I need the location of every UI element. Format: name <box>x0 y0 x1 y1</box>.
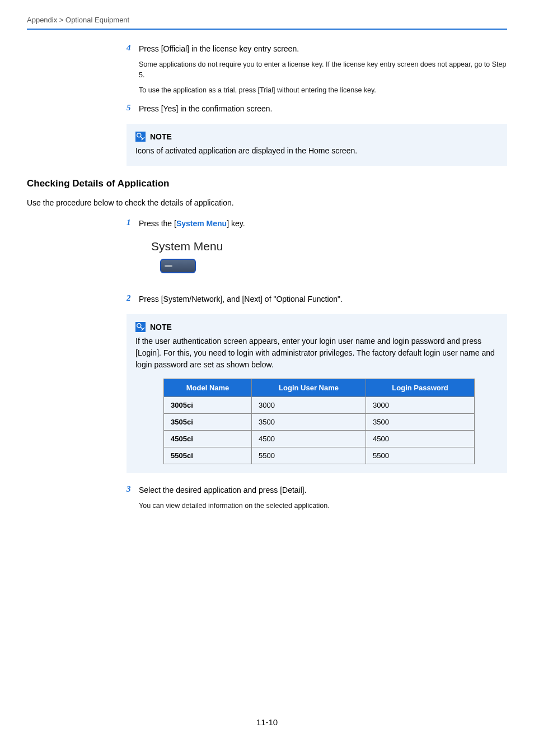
note-box: NOTE If the user authentication screen a… <box>127 314 507 473</box>
table-row: 3505ci 3500 3500 <box>164 414 475 431</box>
table-header: Login User Name <box>252 379 366 397</box>
table-header: Model Name <box>164 379 252 397</box>
page-number: 11-10 <box>0 717 534 727</box>
table-row: 3005ci 3000 3000 <box>164 397 475 414</box>
step-text: Select the desired application and press… <box>139 484 507 496</box>
step-1: 1 Press the [System Menu] key. System Me… <box>127 218 507 283</box>
system-menu-link[interactable]: System Menu <box>176 219 227 228</box>
step-number: 4 <box>127 43 139 95</box>
note-text: Icons of activated application are displ… <box>135 145 498 157</box>
note-box: NOTE Icons of activated application are … <box>127 124 507 166</box>
step-3: 3 Select the desired application and pre… <box>127 484 507 511</box>
step-5: 5 Press [Yes] in the confirmation screen… <box>127 103 507 115</box>
system-menu-label: System Menu <box>151 240 507 253</box>
step-number: 3 <box>127 484 139 511</box>
step-text: Press [Official] in the license key entr… <box>139 43 507 55</box>
table-row: 5505ci 5500 5500 <box>164 447 475 464</box>
step-number: 5 <box>127 103 139 115</box>
step-subtext: You can view detailed information on the… <box>139 501 507 511</box>
breadcrumb: Appendix > Optional Equipment <box>27 16 507 24</box>
section-heading: Checking Details of Application <box>27 178 507 189</box>
table-row: 4505ci 4500 4500 <box>164 431 475 447</box>
step-text: Press the [System Menu] key. <box>139 218 507 230</box>
note-icon <box>135 132 146 142</box>
note-title: NOTE <box>150 323 172 332</box>
step-text: Press [System/Network], and [Next] of "O… <box>139 293 507 305</box>
step-number: 1 <box>127 218 139 283</box>
system-menu-key-diagram: System Menu <box>151 240 507 273</box>
header-rule <box>27 29 507 30</box>
note-text: If the user authentication screen appear… <box>135 335 498 371</box>
table-header: Login Password <box>366 379 475 397</box>
step-number: 2 <box>127 293 139 305</box>
note-icon <box>135 322 146 332</box>
section-intro: Use the procedure below to check the det… <box>27 197 507 209</box>
step-4: 4 Press [Official] in the license key en… <box>127 43 507 95</box>
note-title: NOTE <box>150 132 172 141</box>
login-credentials-table: Model Name Login User Name Login Passwor… <box>163 379 475 464</box>
step-subtext: Some applications do not require you to … <box>139 59 507 81</box>
step-text: Press [Yes] in the confirmation screen. <box>139 103 507 115</box>
step-2: 2 Press [System/Network], and [Next] of … <box>127 293 507 305</box>
system-menu-button-graphic <box>160 259 196 273</box>
step-subtext: To use the application as a trial, press… <box>139 85 507 96</box>
